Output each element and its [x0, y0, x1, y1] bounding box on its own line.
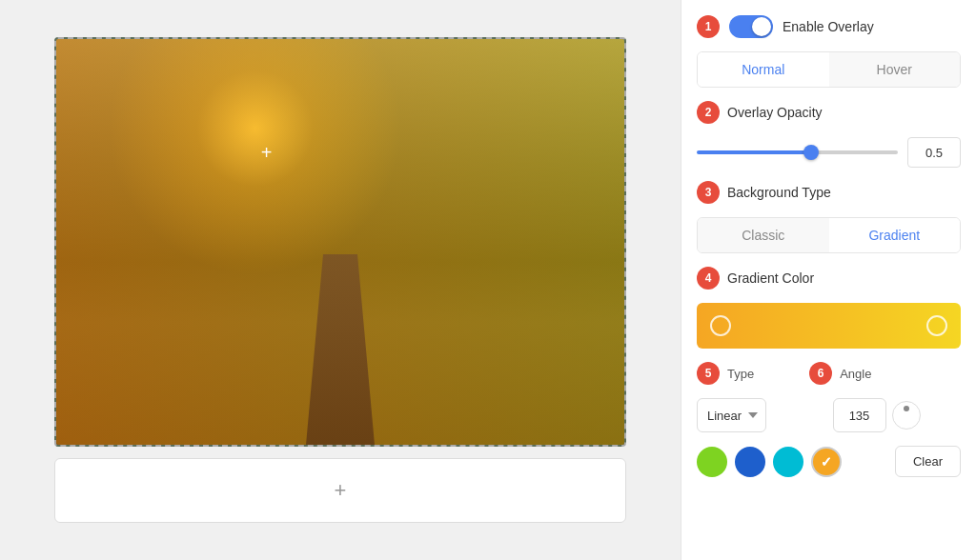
tab-hover[interactable]: Hover	[829, 52, 961, 87]
bg-classic-btn[interactable]: Classic	[698, 218, 829, 252]
type-select[interactable]: Linear	[697, 398, 766, 432]
step-badge-1: 1	[697, 15, 720, 38]
preset-green[interactable]	[697, 447, 727, 477]
background-type-label: Background Type	[727, 185, 831, 200]
enable-overlay-row: 1 Enable Overlay	[697, 15, 961, 38]
bg-gradient-btn[interactable]: Gradient	[829, 218, 961, 252]
opacity-control-row	[697, 137, 961, 168]
step-badge-5: 5	[697, 362, 720, 385]
toggle-knob	[752, 17, 771, 36]
preset-checkmark: ✓	[813, 449, 840, 475]
right-panel: 1 Enable Overlay Normal Hover 2 Overlay …	[681, 0, 976, 560]
tab-normal[interactable]: Normal	[698, 52, 829, 87]
angle-dial[interactable]	[892, 401, 921, 430]
overlay-opacity-label: Overlay Opacity	[727, 105, 823, 120]
step-badge-4: 4	[697, 267, 720, 290]
preset-orange[interactable]: ✓	[811, 447, 842, 477]
color-stop-left[interactable]	[710, 315, 731, 336]
enable-overlay-toggle[interactable]	[729, 15, 773, 38]
angle-input[interactable]	[833, 398, 886, 432]
left-panel: + +	[0, 0, 681, 560]
state-tab-row: Normal Hover	[697, 51, 961, 88]
opacity-slider-thumb	[803, 145, 819, 160]
preset-cyan[interactable]	[773, 447, 803, 477]
opacity-input[interactable]	[907, 137, 961, 168]
step-badge-2: 2	[697, 101, 720, 124]
overlay-opacity-section: 2 Overlay Opacity	[697, 101, 961, 124]
step-badge-3: 3	[697, 181, 720, 204]
gradient-color-label: Gradient Color	[727, 270, 814, 286]
gradient-color-section: 4 Gradient Color	[697, 267, 961, 290]
add-content-button[interactable]: +	[54, 458, 626, 523]
image-preview: +	[54, 37, 626, 447]
preset-blue[interactable]	[735, 447, 765, 477]
enable-overlay-label: Enable Overlay	[783, 19, 874, 34]
bg-type-buttons: Classic Gradient	[697, 217, 961, 253]
type-label: Type	[727, 367, 754, 381]
background-type-section: 3 Background Type	[697, 181, 961, 204]
clear-button[interactable]: Clear	[895, 446, 961, 477]
dial-dot	[904, 406, 909, 411]
add-icon: +	[335, 478, 347, 503]
gradient-color-bar[interactable]	[697, 303, 961, 349]
angle-label: Angle	[840, 367, 871, 381]
color-presets-row: ✓ Clear	[697, 446, 961, 477]
color-stop-right[interactable]	[926, 315, 947, 336]
opacity-slider[interactable]	[697, 150, 898, 154]
crosshair-icon: +	[261, 142, 273, 164]
step-badge-6: 6	[809, 362, 832, 385]
